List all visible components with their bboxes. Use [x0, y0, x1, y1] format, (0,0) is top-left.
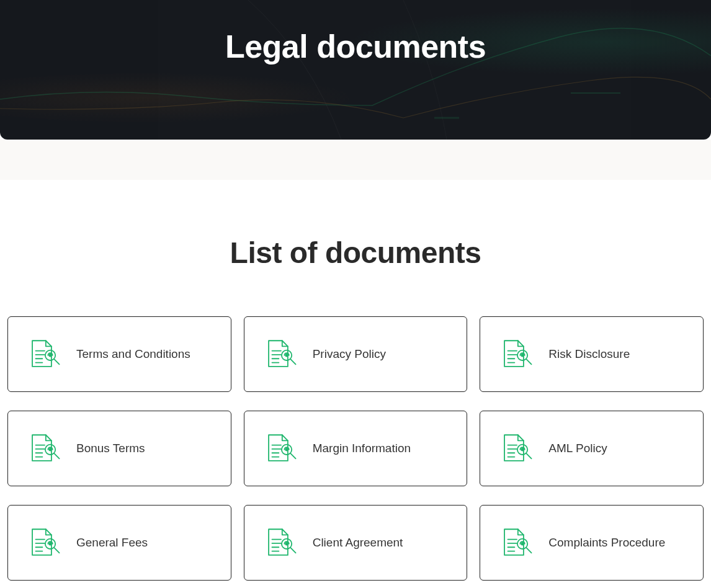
document-label: AML Policy — [548, 442, 607, 455]
svg-point-56 — [285, 542, 288, 545]
svg-line-15 — [290, 359, 295, 364]
document-search-icon — [499, 432, 535, 465]
svg-line-50 — [54, 548, 59, 553]
svg-line-22 — [527, 359, 532, 364]
spacer — [0, 140, 711, 180]
svg-line-29 — [54, 453, 59, 458]
document-card[interactable]: Bonus Terms — [7, 411, 231, 486]
svg-point-7 — [48, 354, 51, 357]
document-search-icon — [263, 432, 299, 465]
document-search-icon — [27, 432, 63, 465]
document-card[interactable]: Terms and Conditions — [7, 316, 231, 392]
hero-background-chart — [0, 0, 711, 140]
svg-point-21 — [521, 354, 524, 357]
document-search-icon — [499, 338, 535, 370]
document-card[interactable]: AML Policy — [480, 411, 704, 486]
document-label: Margin Information — [313, 442, 411, 455]
document-card[interactable]: General Fees — [7, 505, 231, 581]
svg-line-64 — [527, 548, 532, 553]
svg-line-36 — [290, 453, 295, 458]
section-title: List of documents — [7, 236, 704, 270]
svg-point-49 — [48, 542, 51, 545]
document-card[interactable]: Margin Information — [244, 411, 468, 486]
document-card[interactable]: Complaints Procedure — [480, 505, 704, 581]
document-search-icon — [27, 527, 63, 559]
document-search-icon — [499, 527, 535, 559]
document-label: General Fees — [76, 536, 148, 550]
svg-line-43 — [527, 453, 532, 458]
document-label: Terms and Conditions — [76, 347, 190, 361]
document-search-icon — [263, 527, 299, 559]
svg-point-63 — [521, 542, 524, 545]
svg-line-8 — [54, 359, 59, 364]
svg-point-28 — [48, 448, 51, 451]
document-search-icon — [27, 338, 63, 370]
documents-grid: Terms and Conditions Privacy Policy — [7, 316, 704, 581]
document-card[interactable]: Risk Disclosure — [480, 316, 704, 392]
svg-point-35 — [285, 448, 288, 451]
svg-point-42 — [521, 448, 524, 451]
hero-banner: Legal documents — [0, 0, 711, 140]
document-search-icon — [263, 338, 299, 370]
document-label: Bonus Terms — [76, 442, 145, 455]
document-card[interactable]: Client Agreement — [244, 505, 468, 581]
document-label: Client Agreement — [313, 536, 403, 550]
svg-point-14 — [285, 354, 288, 357]
main-content: List of documents Terms and Conditions — [0, 180, 711, 588]
document-label: Risk Disclosure — [548, 347, 630, 361]
document-card[interactable]: Privacy Policy — [244, 316, 468, 392]
document-label: Complaints Procedure — [548, 536, 665, 550]
svg-line-57 — [290, 548, 295, 553]
page-title: Legal documents — [225, 28, 486, 65]
document-label: Privacy Policy — [313, 347, 386, 361]
